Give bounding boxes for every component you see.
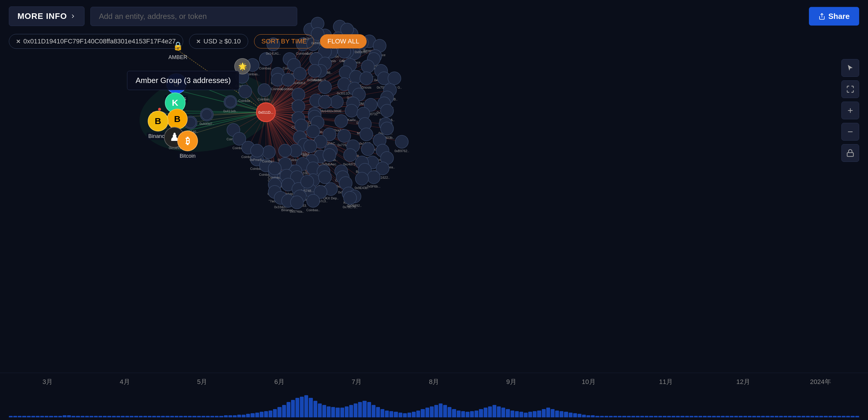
timeline-bar[interactable]: [125, 416, 129, 417]
timeline-bar[interactable]: [783, 416, 787, 417]
timeline-bar[interactable]: [833, 416, 837, 417]
timeline-bar[interactable]: [372, 405, 375, 417]
timeline-bar[interactable]: [175, 416, 179, 417]
timeline-bar[interactable]: [233, 415, 237, 417]
more-info-button[interactable]: MORE INFO: [9, 6, 85, 26]
timeline-bar[interactable]: [578, 414, 582, 417]
sort-filter-tag[interactable]: SORT BY TIME: [254, 34, 314, 49]
timeline-bar[interactable]: [793, 416, 796, 417]
timeline-bar[interactable]: [165, 416, 169, 417]
timeline-bar[interactable]: [143, 416, 147, 417]
timeline-bar[interactable]: [676, 416, 680, 417]
timeline-bar[interactable]: [76, 416, 80, 417]
timeline-bar[interactable]: [479, 409, 483, 417]
timeline-bar[interactable]: [748, 416, 752, 417]
timeline-bar[interactable]: [770, 416, 774, 417]
timeline-bar[interactable]: [273, 409, 277, 417]
timeline-bar[interactable]: [282, 405, 286, 417]
timeline-bar[interactable]: [107, 416, 111, 417]
timeline-bar[interactable]: [36, 416, 39, 417]
share-button[interactable]: Share: [809, 7, 859, 26]
timeline-bar[interactable]: [188, 416, 192, 417]
timeline-bar[interactable]: [94, 416, 98, 417]
timeline-bar[interactable]: [501, 408, 505, 417]
timeline-bar[interactable]: [426, 408, 429, 417]
timeline-bar[interactable]: [524, 413, 528, 417]
timeline-bar[interactable]: [376, 407, 380, 417]
timeline-bar[interactable]: [734, 416, 738, 417]
timeline-bar[interactable]: [788, 416, 792, 417]
timeline-bar[interactable]: [474, 411, 478, 417]
timeline-bar[interactable]: [296, 398, 299, 417]
zoom-in-button[interactable]: +: [841, 102, 859, 119]
timeline-bar[interactable]: [663, 416, 666, 417]
timeline-bar[interactable]: [121, 416, 125, 417]
timeline-bar[interactable]: [636, 416, 640, 417]
timeline-bar[interactable]: [810, 416, 814, 417]
timeline-bar[interactable]: [649, 416, 653, 417]
timeline-bar[interactable]: [694, 416, 698, 417]
timeline-bar[interactable]: [439, 403, 442, 417]
timeline-bar[interactable]: [470, 411, 474, 417]
timeline-bar[interactable]: [224, 415, 228, 417]
timeline-bar[interactable]: [493, 405, 496, 417]
timeline-bar[interactable]: [412, 412, 416, 417]
timeline-bar[interactable]: [403, 413, 407, 417]
timeline-bar[interactable]: [457, 411, 461, 417]
timeline-bar[interactable]: [179, 416, 183, 417]
timeline-bar[interactable]: [672, 416, 675, 417]
timeline-bar[interactable]: [336, 408, 339, 417]
timeline-bar[interactable]: [712, 416, 716, 417]
timeline-bar[interactable]: [609, 416, 613, 417]
timeline-bar[interactable]: [850, 416, 855, 417]
timeline-bar[interactable]: [829, 416, 832, 417]
timeline-bar[interactable]: [739, 416, 742, 417]
timeline-bar[interactable]: [846, 416, 850, 417]
timeline-bar[interactable]: [842, 416, 845, 417]
timeline-bar[interactable]: [44, 416, 49, 417]
timeline-bar[interactable]: [264, 411, 268, 417]
timeline-bar[interactable]: [819, 416, 823, 417]
timeline-bar[interactable]: [380, 409, 384, 417]
timeline-bar[interactable]: [9, 416, 13, 417]
timeline-bar[interactable]: [130, 416, 133, 417]
timeline-bar[interactable]: [855, 416, 859, 417]
timeline-bar[interactable]: [658, 416, 662, 417]
timeline-bar[interactable]: [797, 416, 801, 417]
timeline-bar[interactable]: [67, 415, 71, 417]
timeline-bar[interactable]: [528, 412, 532, 417]
timeline-bar[interactable]: [407, 413, 411, 417]
timeline-bar[interactable]: [806, 416, 810, 417]
timeline-bar[interactable]: [116, 416, 120, 417]
timeline-bar[interactable]: [269, 411, 272, 417]
timeline-bar[interactable]: [219, 416, 223, 417]
timeline-bar[interactable]: [246, 414, 250, 417]
timeline-bar[interactable]: [680, 416, 684, 417]
timeline-bar[interactable]: [139, 416, 143, 417]
timeline-bar[interactable]: [13, 416, 17, 417]
timeline-bar[interactable]: [237, 415, 241, 417]
timeline-bar[interactable]: [349, 405, 353, 417]
timeline-bar[interactable]: [452, 409, 456, 417]
timeline-bar[interactable]: [170, 416, 174, 417]
timeline-bar[interactable]: [506, 409, 509, 417]
lock-button[interactable]: [841, 144, 859, 162]
timeline-bar[interactable]: [613, 416, 617, 417]
timeline-bar[interactable]: [622, 416, 626, 417]
timeline-bar[interactable]: [824, 416, 828, 417]
timeline-bar[interactable]: [645, 416, 649, 417]
timeline-bar[interactable]: [210, 416, 214, 417]
timeline-bar[interactable]: [22, 416, 26, 417]
timeline-bar[interactable]: [582, 415, 586, 417]
fullscreen-button[interactable]: [841, 80, 859, 98]
timeline-bar[interactable]: [103, 416, 107, 417]
timeline-bar[interactable]: [345, 407, 349, 418]
timeline-bar[interactable]: [206, 416, 210, 417]
timeline-bar[interactable]: [300, 397, 304, 417]
timeline-bar[interactable]: [775, 416, 778, 417]
timeline-bar[interactable]: [595, 416, 599, 417]
timeline-bar[interactable]: [542, 409, 546, 417]
timeline-bar[interactable]: [363, 401, 366, 417]
timeline-bar[interactable]: [416, 411, 420, 417]
timeline-bar[interactable]: [40, 416, 44, 417]
